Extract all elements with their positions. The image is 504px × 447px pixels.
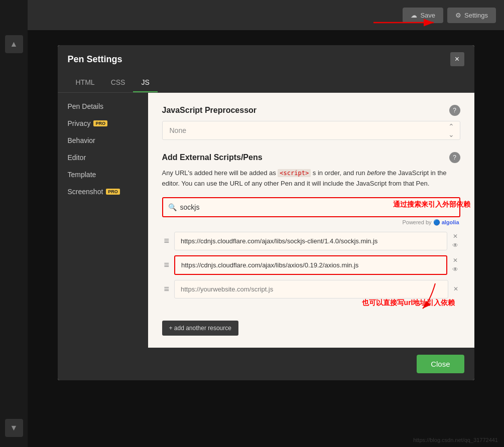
powered-by-algolia: Powered by 🔵 algolia xyxy=(162,219,460,226)
desc-text-2: s in order, and run xyxy=(313,169,365,177)
external-scripts-description: Any URL's added here will be added as <s… xyxy=(162,168,460,189)
nav-privacy-label: Privacy xyxy=(68,119,91,127)
cloud-icon: ☁ xyxy=(411,12,417,19)
search-icon: 🔍 xyxy=(168,203,177,211)
close-icon: × xyxy=(455,55,459,64)
external-scripts-header: Add External Scripts/Pens ? xyxy=(162,152,460,163)
script-row-2: ≡ ✕ 👁 xyxy=(162,255,460,275)
script-input-2[interactable] xyxy=(174,255,447,275)
modal-nav: Pen Details Privacy PRO Behavior Editor … xyxy=(58,93,148,348)
modal-backdrop: Pen Settings × HTML CSS JS Pen Details P… xyxy=(28,30,504,447)
tab-js[interactable]: JS xyxy=(133,73,157,92)
modal-close-button[interactable]: × xyxy=(450,52,464,66)
tab-html[interactable]: HTML xyxy=(68,73,103,92)
preprocessor-section: JavaScript Preprocessor ? None Babel Typ… xyxy=(162,105,460,140)
drag-handle-1[interactable]: ≡ xyxy=(162,236,172,246)
script-row-1: ≡ ✕ 👁 xyxy=(162,232,460,250)
powered-by-text: Powered by xyxy=(402,219,431,225)
algolia-icon: 🔵 xyxy=(433,219,442,225)
sidebar-down-button[interactable]: ▼ xyxy=(5,419,23,437)
save-label: Save xyxy=(420,12,435,19)
drag-handle-2[interactable]: ≡ xyxy=(162,260,172,270)
gear-icon: ⚙ xyxy=(455,12,461,19)
desc-em: before xyxy=(367,169,387,177)
preprocessor-title: JavaScript Preprocessor xyxy=(162,106,257,115)
modal-body: Pen Details Privacy PRO Behavior Editor … xyxy=(58,93,474,348)
desc-text-1: Any URL's added here will be added as xyxy=(162,169,276,177)
sidebar: ▲ ▼ xyxy=(0,0,28,447)
nav-behavior[interactable]: Behavior xyxy=(58,132,148,149)
nav-pen-details-label: Pen Details xyxy=(68,102,104,110)
preprocessor-select-wrapper: None Babel TypeScript CoffeeScript ⌃⌄ xyxy=(162,121,460,140)
modal-header: Pen Settings × xyxy=(58,45,474,73)
close-modal-button[interactable]: Close xyxy=(417,355,464,373)
nav-editor-label: Editor xyxy=(68,154,86,162)
desc-code: <script> xyxy=(278,169,311,177)
modal-footer: Close xyxy=(58,348,474,380)
nav-editor[interactable]: Editor xyxy=(58,149,148,166)
preprocessor-header: JavaScript Preprocessor ? xyxy=(162,105,460,116)
add-resource-button[interactable]: + add another resource xyxy=(162,321,238,336)
save-button[interactable]: ☁ Save xyxy=(403,8,443,23)
row-actions-1: ✕ 👁 xyxy=(450,232,460,249)
search-annotation: 通过搜索来引入外部依赖 xyxy=(393,200,470,209)
sidebar-up-button[interactable]: ▲ xyxy=(5,35,23,53)
preprocessor-select[interactable]: None Babel TypeScript CoffeeScript xyxy=(162,121,460,140)
nav-template-label: Template xyxy=(68,171,96,179)
nav-screenshot-label: Screenshot xyxy=(68,188,103,196)
row-delete-btn-1[interactable]: ✕ xyxy=(450,232,460,240)
row-actions-2: ✕ 👁 xyxy=(450,256,460,273)
script-input-1[interactable] xyxy=(174,232,447,250)
external-scripts-help-icon[interactable]: ? xyxy=(449,152,460,163)
modal-title: Pen Settings xyxy=(68,54,122,65)
drag-handle-3[interactable]: ≡ xyxy=(162,284,172,294)
nav-pen-details[interactable]: Pen Details xyxy=(58,98,148,115)
nav-privacy[interactable]: Privacy PRO xyxy=(58,115,148,132)
privacy-pro-badge: PRO xyxy=(93,120,107,126)
pen-settings-modal: Pen Settings × HTML CSS JS Pen Details P… xyxy=(58,45,474,380)
settings-button[interactable]: ⚙ Settings xyxy=(447,8,496,23)
preprocessor-help-icon[interactable]: ? xyxy=(449,105,460,116)
screenshot-pro-badge: PRO xyxy=(106,189,120,195)
tab-css[interactable]: CSS xyxy=(103,73,134,92)
url-arrow-svg xyxy=(405,278,455,319)
algolia-text: algolia xyxy=(442,219,459,225)
modal-tabs: HTML CSS JS xyxy=(58,73,474,93)
nav-template[interactable]: Template xyxy=(58,166,148,183)
row-delete-btn-2[interactable]: ✕ xyxy=(450,256,460,264)
url-arrow-spacer xyxy=(162,304,460,319)
row-eye-btn-1[interactable]: 👁 xyxy=(450,241,460,249)
external-scripts-title: Add External Scripts/Pens xyxy=(162,153,263,162)
search-area: 🔍 通过搜索来引入外部依赖 xyxy=(162,197,460,217)
top-bar: ☁ Save ⚙ Settings xyxy=(0,0,504,30)
modal-content-area: JavaScript Preprocessor ? None Babel Typ… xyxy=(148,93,474,348)
row-eye-btn-2[interactable]: 👁 xyxy=(450,265,460,273)
nav-screenshot[interactable]: Screenshot PRO xyxy=(58,183,148,200)
external-scripts-section: Add External Scripts/Pens ? Any URL's ad… xyxy=(162,152,460,336)
settings-label: Settings xyxy=(464,12,488,19)
nav-behavior-label: Behavior xyxy=(68,136,95,144)
